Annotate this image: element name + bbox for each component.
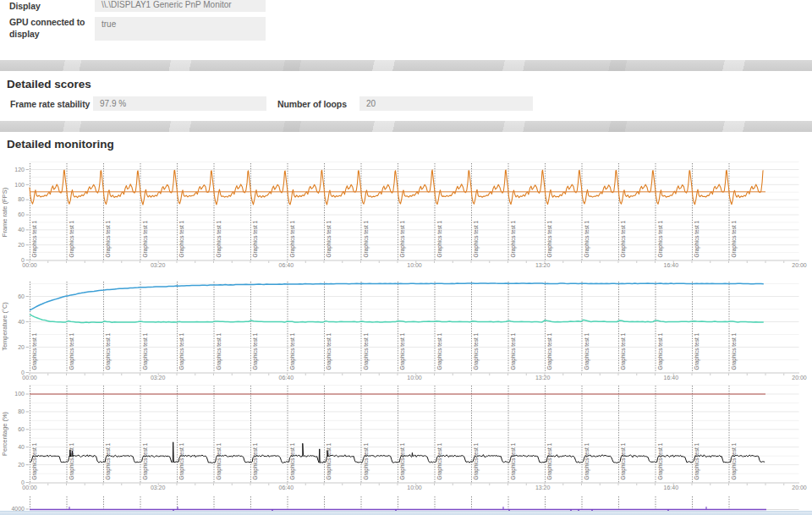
svg-text:16:40: 16:40 (664, 485, 679, 490)
svg-text:00:00: 00:00 (22, 485, 37, 490)
svg-text:10:00: 10:00 (407, 375, 422, 381)
svg-text:20:00: 20:00 (792, 485, 807, 490)
svg-text:Graphics test 1: Graphics test 1 (289, 220, 296, 257)
svg-text:20: 20 (18, 242, 25, 248)
svg-text:Graphics test 1: Graphics test 1 (731, 442, 738, 479)
svg-text:Graphics test 1: Graphics test 1 (178, 442, 185, 479)
svg-text:Graphics test 1: Graphics test 1 (252, 220, 259, 257)
svg-text:16:40: 16:40 (664, 262, 679, 268)
svg-text:Graphics test 1: Graphics test 1 (31, 332, 38, 370)
svg-text:80: 80 (18, 196, 25, 202)
svg-text:Percentage (%): Percentage (%) (1, 411, 8, 456)
svg-text:60: 60 (18, 211, 25, 217)
svg-text:06:40: 06:40 (279, 485, 294, 490)
svg-text:Graphics test 1: Graphics test 1 (584, 332, 590, 370)
svg-text:Graphics test 1: Graphics test 1 (142, 442, 149, 479)
svg-text:60: 60 (18, 293, 25, 299)
chart-clock-speed: 4000 (11, 496, 798, 512)
svg-text:80: 80 (18, 408, 25, 414)
svg-text:00:00: 00:00 (22, 375, 37, 381)
svg-text:Graphics test 1: Graphics test 1 (142, 220, 149, 257)
chart-temperature: Graphics test 1Graphics test 1Graphics t… (1, 282, 807, 381)
svg-text:Graphics test 1: Graphics test 1 (657, 332, 664, 370)
svg-text:10:00: 10:00 (407, 485, 422, 490)
svg-text:Graphics test 1: Graphics test 1 (142, 332, 149, 370)
svg-text:13:20: 13:20 (535, 375, 551, 381)
svg-text:Graphics test 1: Graphics test 1 (69, 442, 75, 479)
monitoring-charts: Graphics test 1Graphics test 1Graphics t… (0, 0, 812, 515)
svg-text:Graphics test 1: Graphics test 1 (584, 220, 590, 257)
svg-text:Graphics test 1: Graphics test 1 (69, 220, 75, 257)
svg-text:10:00: 10:00 (407, 262, 422, 268)
svg-text:Graphics test 1: Graphics test 1 (399, 220, 406, 257)
svg-text:06:40: 06:40 (279, 262, 294, 268)
svg-text:Graphics test 1: Graphics test 1 (326, 332, 332, 370)
svg-text:Graphics test 1: Graphics test 1 (620, 442, 627, 479)
svg-text:0: 0 (21, 257, 25, 263)
svg-text:Graphics test 1: Graphics test 1 (657, 220, 664, 257)
svg-text:03:20: 03:20 (151, 485, 166, 490)
svg-text:20:00: 20:00 (792, 262, 807, 268)
svg-text:Graphics test 1: Graphics test 1 (363, 332, 370, 370)
svg-text:Graphics test 1: Graphics test 1 (731, 332, 738, 370)
svg-text:Graphics test 1: Graphics test 1 (326, 442, 332, 479)
svg-text:Graphics test 1: Graphics test 1 (731, 220, 738, 257)
svg-text:03:20: 03:20 (151, 262, 166, 268)
svg-text:0: 0 (21, 370, 25, 375)
svg-text:Graphics test 1: Graphics test 1 (178, 220, 185, 257)
svg-text:Graphics test 1: Graphics test 1 (473, 442, 480, 479)
svg-text:Graphics test 1: Graphics test 1 (216, 332, 222, 370)
svg-text:13:20: 13:20 (535, 262, 551, 268)
svg-text:Graphics test 1: Graphics test 1 (363, 220, 370, 257)
chart-frame-rate: Graphics test 1Graphics test 1Graphics t… (1, 162, 807, 268)
svg-text:20:00: 20:00 (792, 375, 807, 381)
svg-text:Temperature (°C): Temperature (°C) (1, 302, 8, 351)
svg-text:Graphics test 1: Graphics test 1 (31, 442, 38, 479)
svg-text:Graphics test 1: Graphics test 1 (436, 442, 443, 479)
svg-text:Graphics test 1: Graphics test 1 (510, 332, 517, 370)
svg-text:Graphics test 1: Graphics test 1 (252, 442, 259, 479)
svg-text:Graphics test 1: Graphics test 1 (546, 332, 553, 370)
svg-text:120: 120 (14, 167, 25, 173)
svg-text:Graphics test 1: Graphics test 1 (252, 332, 259, 370)
svg-text:Graphics test 1: Graphics test 1 (657, 442, 664, 479)
svg-text:Graphics test 1: Graphics test 1 (399, 332, 406, 370)
svg-text:Graphics test 1: Graphics test 1 (105, 220, 112, 257)
svg-text:40: 40 (18, 444, 25, 450)
svg-text:Graphics test 1: Graphics test 1 (694, 332, 700, 370)
svg-text:Graphics test 1: Graphics test 1 (289, 332, 296, 370)
svg-text:Graphics test 1: Graphics test 1 (216, 220, 222, 257)
benchmark-result-page: Display \\.\DISPLAY1 Generic PnP Monitor… (0, 0, 812, 515)
chart-percentage: Graphics test 1Graphics test 1Graphics t… (1, 386, 807, 490)
svg-text:Graphics test 1: Graphics test 1 (363, 442, 370, 479)
svg-text:20: 20 (18, 462, 25, 468)
svg-text:Graphics test 1: Graphics test 1 (584, 442, 590, 479)
svg-text:Graphics test 1: Graphics test 1 (694, 442, 700, 479)
svg-text:Graphics test 1: Graphics test 1 (105, 442, 112, 479)
svg-text:40: 40 (18, 319, 25, 325)
svg-text:Graphics test 1: Graphics test 1 (326, 220, 332, 257)
svg-text:03:20: 03:20 (151, 375, 166, 381)
svg-text:Frame rate (FPS): Frame rate (FPS) (1, 187, 8, 237)
svg-text:Graphics test 1: Graphics test 1 (69, 332, 75, 370)
svg-text:Graphics test 1: Graphics test 1 (436, 220, 443, 257)
svg-text:Graphics test 1: Graphics test 1 (399, 442, 406, 479)
bottom-strip (0, 511, 812, 515)
svg-text:Graphics test 1: Graphics test 1 (178, 332, 185, 370)
svg-text:Graphics test 1: Graphics test 1 (510, 220, 517, 257)
svg-text:Graphics test 1: Graphics test 1 (510, 442, 517, 479)
svg-text:0: 0 (21, 479, 25, 485)
svg-text:Graphics test 1: Graphics test 1 (105, 332, 112, 370)
svg-text:60: 60 (18, 426, 25, 432)
svg-text:Graphics test 1: Graphics test 1 (436, 332, 443, 370)
svg-text:Graphics test 1: Graphics test 1 (546, 442, 553, 479)
svg-text:Graphics test 1: Graphics test 1 (31, 220, 38, 257)
svg-text:00:00: 00:00 (22, 262, 37, 268)
svg-text:100: 100 (14, 391, 25, 397)
svg-text:Graphics test 1: Graphics test 1 (216, 442, 222, 479)
svg-text:40: 40 (18, 227, 25, 233)
svg-text:Graphics test 1: Graphics test 1 (546, 220, 553, 257)
svg-text:Graphics test 1: Graphics test 1 (289, 442, 296, 479)
svg-text:20: 20 (18, 344, 25, 350)
svg-text:Graphics test 1: Graphics test 1 (473, 332, 480, 370)
